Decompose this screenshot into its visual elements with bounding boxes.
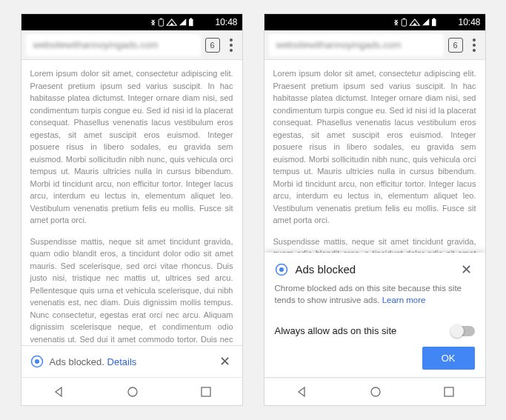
body-paragraph: Lorem ipsum dolor sit amet, consectetur … [30,67,233,227]
overflow-menu-icon[interactable] [224,39,238,52]
body-paragraph: Suspendisse mattis, neque sit amet tinci… [30,236,233,346]
recents-icon[interactable] [201,387,211,397]
chrome-icon [275,263,288,276]
svg-rect-11 [433,18,435,19]
browser-toolbar: websitewithannoyingads.com 6 [21,30,242,60]
svg-rect-3 [190,18,192,19]
phone-left: 10:48 websitewithannoyingads.com 6 Lorem… [21,13,243,406]
svg-rect-0 [159,19,163,25]
svg-rect-2 [189,19,193,25]
phone-right: 10:48 websitewithannoyingads.com 6 Lorem… [264,13,486,406]
body-paragraph: Lorem ipsum dolor sit amet, consectetur … [273,67,476,227]
svg-rect-7 [202,387,210,396]
allow-ads-row: Always allow ads on this site [275,318,475,347]
status-bar: 10:48 [264,14,485,30]
back-icon[interactable] [296,386,307,398]
url-bar[interactable]: websitewithannoyingads.com [269,34,444,56]
svg-point-13 [279,267,284,272]
tab-switcher[interactable]: 6 [205,38,220,53]
ok-button[interactable]: OK [422,347,475,370]
svg-rect-1 [160,18,162,19]
ads-blocked-sheet: Ads blocked ✕ Chrome blocked ads on this… [264,253,485,377]
svg-point-6 [128,387,137,396]
home-icon[interactable] [370,386,382,398]
status-time: 10:48 [458,17,480,27]
back-icon[interactable] [53,386,64,398]
sheet-description: Chrome blocked ads on this site because … [275,282,475,306]
svg-point-5 [35,359,39,364]
ads-blocked-infobar: Ads blocked. Details ✕ [21,345,242,377]
browser-toolbar: websitewithannoyingads.com 6 [264,30,485,60]
recents-icon[interactable] [444,387,454,397]
tab-switcher[interactable]: 6 [448,38,463,53]
chrome-icon [30,355,44,368]
allow-ads-toggle[interactable] [453,326,475,336]
svg-point-14 [371,387,380,396]
infobar-message: Ads blocked. Details [50,356,210,367]
status-icons [150,18,213,27]
url-bar[interactable]: websitewithannoyingads.com [26,34,201,56]
android-navbar [21,377,242,405]
android-navbar [264,377,485,405]
close-icon[interactable]: ✕ [458,261,475,278]
status-bar: 10:48 [21,14,242,30]
svg-rect-10 [432,19,436,25]
details-link[interactable]: Details [107,356,137,367]
svg-rect-8 [402,19,406,25]
close-icon[interactable]: ✕ [216,353,233,370]
learn-more-link[interactable]: Learn more [382,296,426,304]
sheet-title: Ads blocked [296,263,450,276]
overflow-menu-icon[interactable] [467,39,481,52]
svg-rect-15 [445,387,453,396]
home-icon[interactable] [127,386,139,398]
svg-rect-9 [403,18,405,19]
status-time: 10:48 [215,17,237,27]
status-icons [393,18,456,27]
toggle-label: Always allow ads on this site [275,325,453,336]
page-content: Lorem ipsum dolor sit amet, consectetur … [21,60,242,345]
